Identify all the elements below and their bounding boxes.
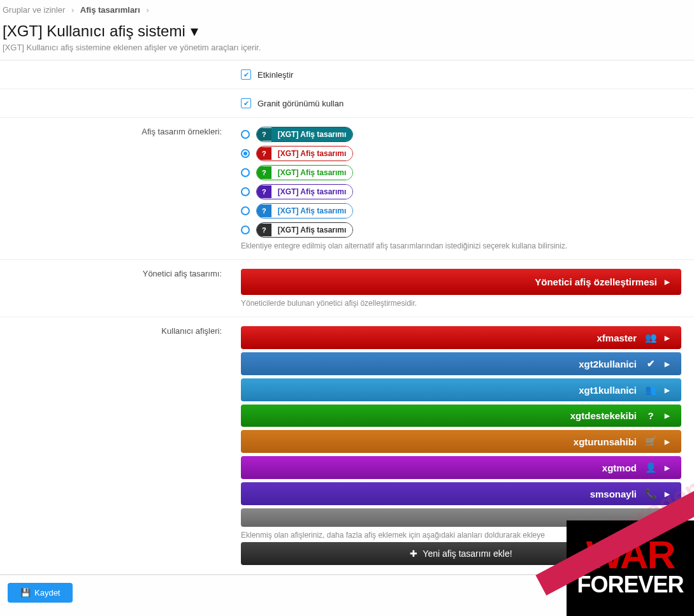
pill-icon: ? — [257, 185, 271, 198]
sample-pill: ?[XGT] Afiş tasarımı — [256, 203, 353, 218]
breadcrumb-item-current[interactable]: Afiş tasarımları — [80, 5, 140, 15]
admin-customize-button[interactable]: Yönetici afiş özelleştirmesi ▶ — [241, 269, 681, 295]
pill-icon: ? — [257, 224, 271, 236]
caret-right-icon: ▶ — [665, 412, 670, 419]
plus-icon: ✚ — [410, 548, 417, 559]
granite-checkbox[interactable]: ✔ Granit görünümü kullan — [241, 98, 681, 108]
user-banner-button[interactable]: xgturunsahibi🛒▶ — [241, 430, 681, 453]
pill-icon: ? — [257, 147, 271, 160]
enable-checkbox[interactable]: ✔ Etkinleştir — [241, 69, 681, 80]
breadcrumb-item[interactable]: Gruplar ve izinler — [3, 5, 65, 15]
user-banner-button[interactable]: xgtdestekekibi?▶ — [241, 405, 681, 427]
save-button[interactable]: 💾 Kaydet — [8, 583, 73, 603]
caret-right-icon: ▶ — [665, 387, 670, 394]
caret-right-icon: ▶ — [665, 361, 670, 368]
corner-badge: WAR FOREVER — [567, 520, 694, 610]
samples-label: Afiş tasarım örnekleri: — [0, 118, 228, 259]
page-title[interactable]: [XGT] Kullanıcı afiş sistemi ▾ — [3, 22, 691, 40]
pill-text: [XGT] Afiş tasarımı — [271, 127, 353, 141]
user-banner-name: xfmaster — [596, 333, 637, 343]
pill-text: [XGT] Afiş tasarımı — [271, 223, 353, 237]
sample-pill: ?[XGT] Afiş tasarımı — [256, 184, 353, 199]
user-banner-button[interactable]: xgtmod👤▶ — [241, 456, 681, 479]
sample-radio-row[interactable]: ?[XGT] Afiş tasarımı — [241, 146, 681, 161]
sample-pill: ?[XGT] Afiş tasarımı — [256, 127, 353, 142]
save-icon: 💾 — [20, 588, 31, 598]
user-banner-name: smsonayli — [590, 489, 637, 499]
caret-down-icon: ▾ — [191, 22, 198, 40]
sample-radio-row[interactable]: ?[XGT] Afiş tasarımı — [241, 127, 681, 142]
user-banner-button[interactable]: xfmaster👥▶ — [241, 326, 681, 349]
sample-pill: ?[XGT] Afiş tasarımı — [256, 222, 353, 238]
users-icon: 👥 — [644, 332, 657, 343]
breadcrumb: Gruplar ve izinler › Afiş tasarımları › — [0, 0, 694, 20]
sample-pill: ?[XGT] Afiş tasarımı — [256, 146, 353, 161]
caret-right-icon: ▶ — [665, 464, 670, 471]
pill-icon: ? — [257, 128, 271, 141]
radio-icon — [241, 130, 250, 139]
phone-icon: 📞 — [644, 488, 657, 499]
admin-help: Yöneticilerde bulunan yönetici afişi öze… — [241, 299, 681, 308]
pill-text: [XGT] Afiş tasarımı — [271, 185, 353, 199]
caret-right-icon: ▶ — [665, 278, 670, 285]
user-banner-name: xgt1kullanici — [579, 385, 637, 396]
sample-radio-row[interactable]: ?[XGT] Afiş tasarımı — [241, 184, 681, 199]
radio-icon — [241, 206, 250, 215]
caret-right-icon: ▶ — [665, 334, 670, 341]
sample-pill: ?[XGT] Afiş tasarımı — [256, 165, 353, 180]
pill-text: [XGT] Afiş tasarımı — [271, 166, 353, 180]
admin-label: Yönetici afiş tasarımı: — [0, 260, 228, 317]
chevron-right-icon: › — [146, 5, 148, 15]
sample-radio-row[interactable]: ?[XGT] Afiş tasarımı — [241, 222, 681, 238]
cart-icon: 🛒 — [644, 436, 657, 447]
page-description: [XGT] Kullanıcı afiş sistemine eklenen a… — [3, 43, 691, 52]
pill-icon: ? — [257, 166, 271, 179]
user-banner-button[interactable]: xgt2kullanici✔▶ — [241, 352, 681, 375]
user-icon: 👤 — [644, 462, 657, 473]
pill-text: [XGT] Afiş tasarımı — [271, 204, 353, 218]
user-banner-name: xgturunsahibi — [574, 436, 637, 447]
pill-text: [XGT] Afiş tasarımı — [271, 147, 353, 161]
radio-icon — [241, 226, 250, 234]
sample-radio-row[interactable]: ?[XGT] Afiş tasarımı — [241, 165, 681, 180]
user-banner-name: xgt2kullanici — [579, 359, 637, 369]
user-banner-button[interactable]: smsonayli📞▶ — [241, 482, 681, 505]
radio-icon — [241, 149, 250, 158]
user-check-icon: ✔ — [644, 358, 657, 369]
checkbox-checked-icon: ✔ — [241, 69, 251, 80]
pill-icon: ? — [257, 204, 271, 217]
checkbox-checked-icon: ✔ — [241, 98, 251, 108]
samples-help: Eklentiye entegre edilmiş olan alternati… — [241, 241, 681, 250]
user-banner-name: xgtmod — [602, 462, 637, 473]
user-banner-button[interactable]: xgt1kullanici👥▶ — [241, 378, 681, 401]
users-icon: 👥 — [644, 384, 657, 396]
caret-right-icon: ▶ — [665, 491, 670, 498]
radio-icon — [241, 187, 250, 196]
chevron-right-icon: › — [71, 5, 74, 15]
users-label: Kullanıcı afişleri: — [0, 317, 228, 574]
user-banner-name: xgtdestekekibi — [570, 410, 637, 421]
question-icon: ? — [644, 410, 657, 421]
radio-icon — [241, 168, 250, 177]
caret-right-icon: ▶ — [665, 438, 670, 445]
sample-radio-row[interactable]: ?[XGT] Afiş tasarımı — [241, 203, 681, 218]
